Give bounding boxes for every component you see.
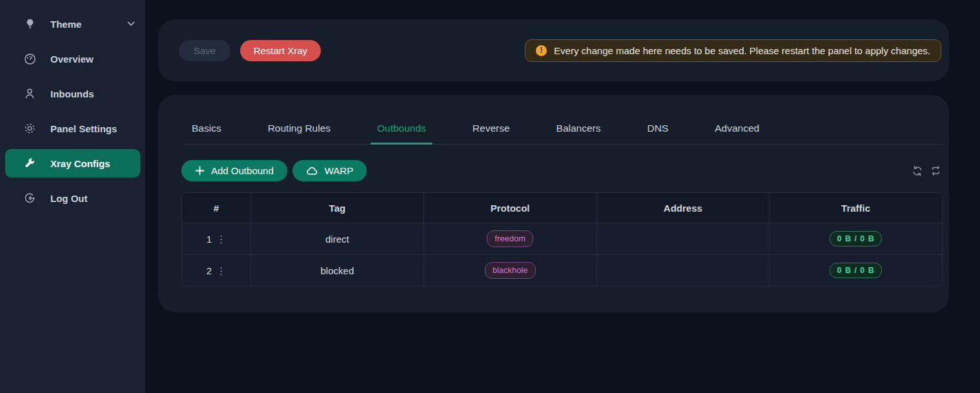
- table-header-row: #TagProtocolAddressTraffic: [182, 193, 942, 223]
- cloud-icon: [306, 166, 318, 176]
- column-header-protocol: Protocol: [424, 193, 597, 223]
- sidebar-item-theme[interactable]: Theme: [0, 6, 145, 41]
- tab-basics[interactable]: Basics: [192, 123, 221, 144]
- column-header-address: Address: [597, 193, 770, 223]
- tab-advanced[interactable]: Advanced: [715, 123, 759, 144]
- sidebar-item-label: Inbounds: [50, 88, 94, 99]
- bulb-icon: [23, 17, 36, 30]
- row-index: 1: [207, 234, 212, 245]
- user-icon: [23, 87, 36, 100]
- sidebar-item-inbounds[interactable]: Inbounds: [0, 76, 145, 111]
- gear-icon: [23, 122, 36, 135]
- action-buttons: Save Restart Xray: [179, 40, 321, 61]
- warning-icon: !: [536, 45, 547, 56]
- app-window: ThemeOverviewInboundsPanel SettingsXray …: [0, 0, 980, 393]
- sidebar-item-label: Xray Configs: [50, 158, 110, 169]
- address-cell: [597, 255, 770, 286]
- protocol-badge: freedom: [487, 230, 533, 247]
- warp-button[interactable]: WARP: [292, 160, 367, 181]
- tab-bar: BasicsRouting RulesOutboundsReverseBalan…: [181, 123, 943, 145]
- traffic-cell: 0 B / 0 B: [770, 223, 942, 254]
- tab-dns[interactable]: DNS: [648, 123, 669, 144]
- sidebar-item-label: Overview: [50, 54, 94, 65]
- row-menu-icon[interactable]: ⋮: [216, 234, 226, 244]
- tab-balancers[interactable]: Balancers: [556, 123, 601, 144]
- add-outbound-button[interactable]: Add Outbound: [181, 160, 287, 181]
- restart-xray-button[interactable]: Restart Xray: [240, 40, 321, 61]
- table-row[interactable]: 2⋮blockedblackhole0 B / 0 B: [182, 254, 942, 286]
- sidebar: ThemeOverviewInboundsPanel SettingsXray …: [0, 0, 145, 393]
- main-content: Save Restart Xray ! Every change made he…: [145, 0, 980, 393]
- repeat-icon[interactable]: [930, 165, 941, 176]
- tag-cell: blocked: [251, 255, 424, 286]
- table-row[interactable]: 1⋮directfreedom0 B / 0 B: [182, 223, 942, 254]
- index-cell: 2⋮: [182, 255, 251, 286]
- traffic-badge: 0 B / 0 B: [830, 263, 881, 279]
- save-button[interactable]: Save: [179, 40, 230, 61]
- tab-routing-rules[interactable]: Routing Rules: [268, 123, 331, 144]
- index-cell: 1⋮: [182, 223, 251, 254]
- sidebar-item-label: Panel Settings: [50, 123, 117, 134]
- gauge-icon: [23, 52, 36, 65]
- sidebar-item-xray-configs[interactable]: Xray Configs: [5, 149, 140, 177]
- sidebar-item-log-out[interactable]: Log Out: [0, 181, 145, 216]
- address-cell: [597, 223, 770, 254]
- plus-icon: [195, 166, 205, 176]
- protocol-cell: blackhole: [424, 255, 597, 286]
- outbounds-toolbar: Add Outbound WARP: [181, 160, 943, 181]
- protocol-cell: freedom: [424, 223, 597, 254]
- sidebar-item-panel-settings[interactable]: Panel Settings: [0, 111, 145, 146]
- outbounds-table: #TagProtocolAddressTraffic1⋮directfreedo…: [181, 192, 943, 287]
- refresh-icon[interactable]: [912, 165, 923, 177]
- chevron-down-icon: [127, 21, 135, 26]
- column-header-tag: Tag: [251, 193, 424, 223]
- row-menu-icon[interactable]: ⋮: [216, 266, 226, 276]
- warning-alert-text: Every change made here needs to be saved…: [554, 45, 930, 56]
- row-index: 2: [207, 265, 212, 276]
- tag-cell: direct: [251, 223, 424, 254]
- column-header-traffic: Traffic: [770, 193, 942, 223]
- actions-card: Save Restart Xray ! Every change made he…: [158, 19, 949, 81]
- warning-alert: ! Every change made here needs to be sav…: [525, 39, 941, 62]
- xray-config-card: BasicsRouting RulesOutboundsReverseBalan…: [158, 95, 949, 312]
- column-header-index: #: [182, 193, 251, 223]
- traffic-badge: 0 B / 0 B: [830, 231, 881, 247]
- wrench-icon: [23, 157, 36, 170]
- sidebar-item-label: Log Out: [50, 193, 87, 204]
- traffic-cell: 0 B / 0 B: [770, 255, 942, 286]
- tab-reverse[interactable]: Reverse: [473, 123, 510, 144]
- sidebar-item-label: Theme: [50, 19, 81, 30]
- tab-outbounds[interactable]: Outbounds: [377, 123, 426, 144]
- protocol-badge: blackhole: [485, 262, 536, 279]
- sidebar-item-overview[interactable]: Overview: [0, 41, 145, 76]
- logout-icon: [23, 192, 36, 205]
